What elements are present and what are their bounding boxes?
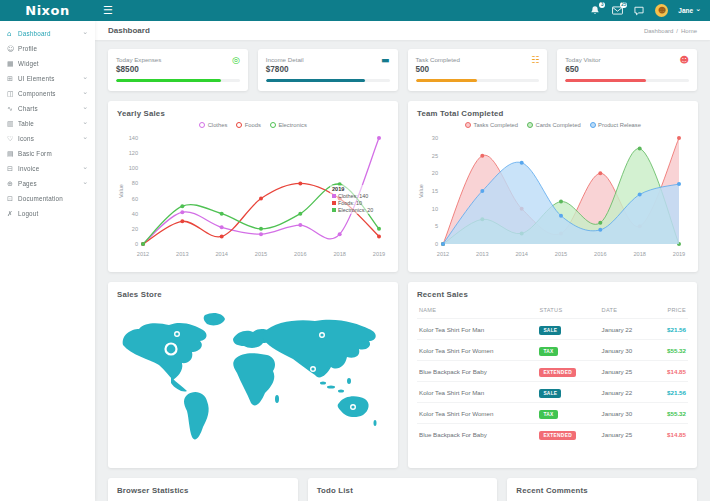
card-title: Recent Sales [417, 290, 688, 299]
svg-text:Value: Value [418, 184, 424, 198]
sidebar-item-components[interactable]: ◫ Components [0, 86, 95, 101]
team-total-completed-chart[interactable]: 051015202530Value20122013201420152016201… [417, 130, 689, 260]
svg-text:20: 20 [132, 226, 138, 232]
card-title: Team Total Completed [417, 109, 689, 118]
svg-text:15: 15 [432, 188, 438, 194]
svg-text:2019: 2019 [673, 251, 685, 257]
legend-item[interactable]: Product Release [590, 121, 641, 129]
chevron-down-icon [82, 74, 88, 81]
yearly-sales-chart[interactable]: 020406080100120140Value20122013201420152… [117, 130, 389, 260]
stat-card-today-expenses: Today Expenses $8500 ◎ [108, 49, 248, 91]
sidebar: ⌂ Dashboard ☺ Profile ▦ Widget ⊞ UI Elem… [0, 21, 95, 501]
card-title: Yearly Sales [117, 109, 389, 118]
legend-item[interactable]: Tasks Completed [465, 121, 518, 129]
avatar[interactable]: ☻ [655, 4, 668, 17]
sidebar-item-dashboard[interactable]: ⌂ Dashboard [0, 26, 95, 41]
chevron-down-icon [82, 29, 88, 36]
sales-store-card: Sales Store [108, 282, 398, 468]
legend-item[interactable]: Cards Completed [527, 121, 581, 129]
sidebar-item-basic-form[interactable]: ▤ Basic Form [0, 146, 95, 161]
chevron-down-icon [82, 89, 88, 96]
svg-text:2016: 2016 [594, 251, 606, 257]
svg-text:2014: 2014 [215, 251, 227, 257]
stat-card-task-completed: Task Completed 500 ☷ [408, 49, 548, 91]
stat-cards-row: Today Expenses $8500 ◎ Income Detail $78… [108, 49, 697, 91]
pages-icon: ⊕ [7, 180, 18, 188]
breadcrumb: Dashboard / Home [644, 28, 697, 34]
heart-icon: ♡ [7, 135, 18, 143]
svg-text:60: 60 [132, 196, 138, 202]
sidebar-item-ui-elements[interactable]: ⊞ UI Elements [0, 71, 95, 86]
legend-item[interactable]: Foods [236, 121, 261, 129]
chevron-down-icon [82, 119, 88, 126]
card-title: Browser Statistics [117, 486, 289, 495]
sidebar-item-logout[interactable]: ✗ Logout [0, 206, 95, 221]
svg-text:5: 5 [435, 223, 438, 229]
svg-text:140: 140 [129, 135, 138, 141]
sidebar-item-charts[interactable]: ∿ Charts [0, 101, 95, 116]
col-name: Name [417, 302, 537, 319]
svg-text:2015: 2015 [555, 251, 567, 257]
sidebar-item-table[interactable]: ▥ Table [0, 116, 95, 131]
table-row[interactable]: Kolor Tea Shirt For Women TAX January 30… [417, 340, 688, 361]
topbar: Nixon 3 25 ☻ Jane [0, 0, 710, 21]
ui-elements-icon: ⊞ [7, 75, 18, 83]
svg-text:2014: 2014 [515, 251, 527, 257]
page-header: Dashboard Dashboard / Home [95, 21, 710, 40]
menu-toggle-icon[interactable] [103, 5, 113, 16]
breadcrumb-home[interactable]: Home [681, 28, 697, 34]
table-row[interactable]: Kolor Tea Shirt For Man SALE January 22 … [417, 382, 688, 403]
table-row[interactable]: Blue Backpack For Baby EXTENDED January … [417, 361, 688, 382]
todo-list-card: Todo List get up [308, 478, 498, 501]
card-title: Sales Store [117, 290, 389, 299]
sidebar-item-icons[interactable]: ♡ Icons [0, 131, 95, 146]
components-icon: ◫ [7, 90, 18, 98]
sidebar-item-invoice[interactable]: ⊟ Invoice [0, 161, 95, 176]
mail-icon[interactable]: 25 [611, 5, 623, 17]
table-row[interactable]: Blue Backpack For Baby EXTENDED January … [417, 424, 688, 445]
page-title: Dashboard [108, 26, 150, 35]
chat-icon[interactable] [633, 5, 645, 17]
svg-text:2012: 2012 [137, 251, 149, 257]
svg-text:2013: 2013 [476, 251, 488, 257]
progress-bar [416, 79, 540, 82]
target-icon: ◎ [232, 56, 240, 65]
stat-card-income-detail: Income Detail $7800 ▬ [258, 49, 398, 91]
col-status: Status [537, 302, 599, 319]
team-total-completed-card: Team Total Completed Tasks CompletedCard… [408, 101, 698, 272]
visitors-icon: ☻ [680, 56, 689, 65]
table-icon: ▥ [7, 120, 18, 128]
sidebar-item-widget[interactable]: ▦ Widget [0, 56, 95, 71]
sidebar-item-documentation[interactable]: ⊡ Documentation [0, 191, 95, 206]
sidebar-item-pages[interactable]: ⊕ Pages [0, 176, 95, 191]
svg-text:30: 30 [432, 135, 438, 141]
chevron-down-icon [82, 134, 88, 141]
table-row[interactable]: Kolor Tea Shirt For Women TAX January 30… [417, 403, 688, 424]
sidebar-item-profile[interactable]: ☺ Profile [0, 41, 95, 56]
svg-text:25: 25 [432, 153, 438, 159]
invoice-icon: ⊟ [7, 165, 18, 173]
svg-text:2019: 2019 [373, 251, 385, 257]
document-icon: ⊡ [7, 195, 18, 203]
credit-card-icon: ▬ [381, 56, 390, 65]
status-badge: EXTENDED [539, 368, 576, 377]
svg-text:2016: 2016 [294, 251, 306, 257]
user-icon: ☺ [7, 45, 18, 53]
legend-item[interactable]: Electronics [270, 121, 307, 129]
chart-legend: ClothesFoodsElectronics [117, 121, 389, 129]
card-title: Recent Comments [516, 486, 688, 495]
breadcrumb-dashboard[interactable]: Dashboard [644, 28, 673, 34]
svg-text:2013: 2013 [176, 251, 188, 257]
progress-bar [565, 79, 689, 82]
user-menu[interactable]: Jane [678, 7, 701, 14]
world-map[interactable] [117, 307, 389, 455]
home-icon: ⌂ [7, 30, 18, 38]
status-badge: SALE [539, 326, 561, 335]
charts-icon: ∿ [7, 105, 18, 113]
chevron-down-icon [82, 179, 88, 186]
table-row[interactable]: Kolor Tea Shirt For Man SALE January 22 … [417, 319, 688, 340]
bell-icon[interactable]: 3 [589, 5, 601, 17]
svg-text:2018: 2018 [633, 251, 645, 257]
svg-text:100: 100 [129, 165, 138, 171]
legend-item[interactable]: Clothes [199, 121, 227, 129]
